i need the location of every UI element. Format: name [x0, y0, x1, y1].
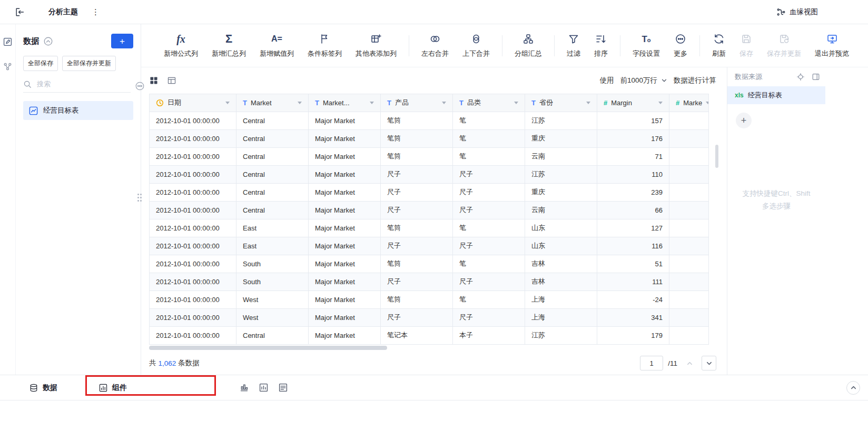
- usage-bar: 使用 前1000万行 数据进行计算: [149, 67, 727, 94]
- toolbar-separator: [620, 35, 620, 56]
- column-dropdown-icon[interactable]: [586, 102, 590, 104]
- lineage-view-button[interactable]: 血缘视图: [776, 7, 868, 17]
- flow-view-icon[interactable]: [3, 62, 13, 72]
- table-cell: 笔: [453, 129, 525, 147]
- table-cell: 本子: [453, 326, 525, 344]
- data-source-step[interactable]: xls 经营目标表: [727, 86, 825, 104]
- tab-component[interactable]: 组件: [98, 383, 127, 393]
- search-box: [23, 79, 131, 93]
- add-step-button[interactable]: +: [736, 113, 752, 128]
- toolbar-button-exit-preview[interactable]: 退出并预览: [808, 33, 856, 58]
- vertical-scrollbar[interactable]: [715, 145, 718, 168]
- tab-data[interactable]: 数据: [29, 383, 57, 393]
- table-cell: 239: [597, 183, 669, 201]
- table-cell: 116: [597, 237, 669, 255]
- table-cell: 157: [597, 112, 669, 129]
- table-cell: 2012-10-01 00:00:00: [150, 201, 236, 219]
- row-limit-select[interactable]: 前1000万行: [620, 76, 667, 85]
- column-dropdown-icon[interactable]: [225, 102, 230, 104]
- row-count: 共 1,062 条数据: [149, 358, 200, 368]
- toolbar-button-save-update[interactable]: 保存并更新: [760, 33, 808, 58]
- table-cell: 2012-10-01 00:00:00: [150, 165, 236, 183]
- table-list-item[interactable]: 经营目标表: [23, 101, 133, 120]
- toolbar-button-field-settings[interactable]: To 字段设置: [626, 33, 667, 58]
- column-header[interactable]: #Margin: [597, 94, 669, 112]
- table-row: 2012-10-01 00:00:00CentralMajor Market尺子…: [150, 201, 709, 219]
- table-cell: 尺子: [381, 237, 453, 255]
- toolbar-button-formula-column[interactable]: fx 新增公式列: [157, 33, 205, 58]
- table-cell: 127: [597, 219, 669, 237]
- component-list-icon[interactable]: [278, 383, 288, 393]
- toolbar-button-sort[interactable]: 排序: [587, 33, 615, 58]
- column-header[interactable]: 日期: [150, 94, 236, 112]
- column-dropdown-icon[interactable]: [514, 102, 518, 104]
- page-prev-button[interactable]: [682, 356, 697, 370]
- save-all-update-button[interactable]: 全部保存并更新: [62, 56, 116, 71]
- toolbar-button-other-table-column[interactable]: 其他表添加列: [349, 33, 403, 58]
- assign-icon: A=: [271, 33, 282, 45]
- page-input[interactable]: [640, 356, 663, 370]
- panel-resize-handle[interactable]: [137, 194, 143, 203]
- data-panel-title: 数据: [23, 36, 39, 46]
- column-dropdown-icon[interactable]: [658, 102, 663, 104]
- page-next-button[interactable]: [702, 356, 716, 370]
- data-source-content: 数据来源 xls 经: [727, 67, 825, 375]
- table-view-icon[interactable]: [167, 76, 176, 85]
- add-table-button[interactable]: +: [111, 34, 133, 48]
- toolbar-button-summary-column[interactable]: Σ 新增汇总列: [205, 33, 253, 58]
- column-header[interactable]: T品类: [453, 94, 525, 112]
- collapse-bottom-panel-button[interactable]: [846, 381, 860, 395]
- save-all-button[interactable]: 全部保存: [23, 56, 58, 71]
- column-header[interactable]: T省份: [525, 94, 597, 112]
- table-cell: [669, 255, 709, 273]
- table-cell: [669, 308, 709, 326]
- table-cell: South: [236, 273, 309, 290]
- locate-icon[interactable]: [796, 73, 805, 81]
- grid-view-icon[interactable]: [149, 76, 159, 85]
- column-dropdown-icon[interactable]: [298, 102, 302, 104]
- chevron-down-icon: [661, 77, 667, 84]
- table-cell: 笔筒: [381, 112, 453, 129]
- data-source-header-icons: [796, 73, 820, 81]
- search-input[interactable]: [36, 79, 131, 88]
- save-update-icon: [778, 33, 790, 45]
- column-dropdown-icon[interactable]: [442, 102, 446, 104]
- column-header[interactable]: TMarket: [236, 94, 309, 112]
- column-header[interactable]: TMarket...: [309, 94, 381, 112]
- table-cell: East: [236, 237, 309, 255]
- panel-layout-icon[interactable]: [812, 73, 820, 81]
- horizontal-scrollbar[interactable]: [149, 346, 387, 350]
- collapse-window-icon[interactable]: [15, 7, 25, 17]
- column-header[interactable]: #Marke: [669, 94, 709, 112]
- component-chart-icon[interactable]: [239, 383, 249, 393]
- edit-theme-icon[interactable]: [3, 37, 13, 47]
- table-cell: [669, 237, 709, 255]
- component-card-icon[interactable]: [259, 383, 269, 393]
- toolbar-button-save[interactable]: 保存: [733, 33, 760, 58]
- table-cell: 2012-10-01 00:00:00: [150, 183, 236, 201]
- kebab-menu-icon[interactable]: ⋮: [92, 7, 100, 17]
- column-dropdown-icon[interactable]: [706, 102, 708, 104]
- toolbar-button-filter[interactable]: 过滤: [560, 33, 587, 58]
- date-field-icon: [156, 99, 164, 107]
- collapse-all-icon[interactable]: [43, 36, 53, 46]
- table-cell: 2012-10-01 00:00:00: [150, 273, 236, 290]
- toolbar-button-conditional-tag-column[interactable]: 条件标签列: [301, 33, 349, 58]
- data-source-header: 数据来源: [727, 67, 825, 86]
- table-cell: Central: [236, 147, 309, 165]
- toolbar-button-merge-left-right[interactable]: 左右合并: [415, 33, 456, 58]
- merge-lr-icon: [429, 33, 441, 45]
- toolbar-button-more[interactable]: 更多: [667, 33, 694, 58]
- table-cell: [669, 273, 709, 290]
- table-cell: 笔筒: [381, 129, 453, 147]
- toolbar-button-group-summary[interactable]: 分组汇总: [508, 33, 549, 58]
- toolbar-separator: [699, 35, 700, 56]
- toolbar-button-merge-top-bottom[interactable]: 上下合并: [456, 33, 497, 58]
- table-cell: 尺子: [381, 201, 453, 219]
- table-cell: 2012-10-01 00:00:00: [150, 112, 236, 129]
- field-settings-icon: To: [642, 33, 650, 45]
- toolbar-button-assign-column[interactable]: A= 新增赋值列: [253, 33, 301, 58]
- column-header[interactable]: T产品: [381, 94, 453, 112]
- toolbar-button-refresh[interactable]: 刷新: [705, 33, 733, 58]
- column-dropdown-icon[interactable]: [370, 102, 374, 104]
